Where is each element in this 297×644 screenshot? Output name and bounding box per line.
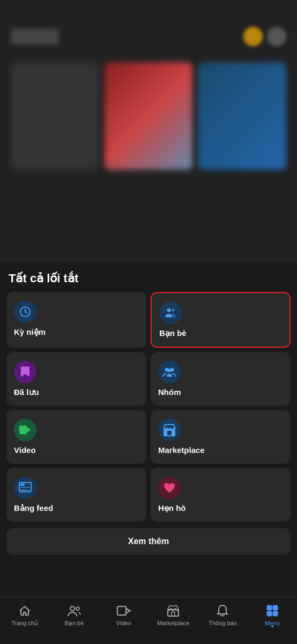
top-title-blur [11, 28, 59, 45]
shortcut-video[interactable]: Video [6, 410, 146, 464]
main-content: Tất cả lối tắt Kỳ niệm Bạn [0, 263, 297, 564]
blur-card-1 [11, 62, 99, 170]
grid-icon [265, 604, 279, 618]
ky-niem-label: Kỳ niệm [14, 327, 139, 337]
svg-rect-6 [19, 426, 27, 434]
svg-rect-20 [172, 612, 175, 616]
svg-marker-18 [126, 609, 130, 613]
hen-ho-label: Hẹn hò [158, 503, 283, 513]
da-luu-label: Đã lưu [14, 387, 139, 397]
video-icon [14, 419, 36, 441]
section-title: Tất cả lối tắt [6, 272, 291, 286]
svg-rect-13 [20, 489, 27, 490]
svg-rect-17 [117, 606, 126, 615]
svg-point-1 [167, 309, 171, 312]
friends-nav-icon [67, 604, 81, 618]
bang-feed-label: Bảng feed [14, 503, 139, 513]
nav-marketplace[interactable]: Marketplace [148, 602, 198, 626]
nav-video[interactable]: Video [99, 602, 148, 626]
nav-ban-be[interactable]: Bạn bè [49, 602, 99, 627]
svg-rect-21 [267, 605, 272, 610]
saved-icon [14, 361, 36, 383]
marketplace-label: Marketplace [158, 445, 283, 455]
home-icon [18, 604, 32, 618]
svg-rect-11 [20, 484, 25, 486]
video-label: Video [14, 445, 139, 455]
shortcut-ban-be[interactable]: Bạn bè [151, 292, 291, 348]
xem-them-button[interactable]: Xem thêm [6, 528, 291, 555]
blur-card-2 [105, 62, 193, 170]
nav-trang-chu[interactable]: Trang chủ [0, 602, 49, 627]
bell-icon [216, 604, 229, 618]
shortcut-bang-feed[interactable]: Bảng feed [6, 468, 146, 522]
video-nav-icon [117, 604, 131, 618]
notification-icon-blur [243, 27, 263, 46]
marketplace-nav-icon [166, 604, 180, 618]
svg-rect-22 [273, 605, 278, 610]
svg-marker-7 [27, 427, 31, 433]
svg-rect-24 [273, 611, 278, 616]
bottom-navigation: Trang chủ Bạn bè Video [0, 597, 297, 644]
clock-icon [14, 301, 36, 323]
active-indicator [271, 625, 273, 627]
ban-be-label: Bạn bè [159, 328, 282, 338]
dating-icon [158, 477, 181, 499]
friends-icon [159, 302, 182, 324]
svg-point-5 [168, 369, 172, 372]
blurred-background [0, 0, 297, 263]
svg-rect-12 [20, 487, 30, 488]
marketplace-icon [158, 419, 181, 441]
messenger-icon-blur [267, 27, 286, 46]
svg-point-15 [70, 606, 75, 611]
blur-card-3 [198, 62, 286, 170]
feed-icon [14, 477, 36, 499]
svg-point-16 [76, 607, 79, 610]
svg-point-2 [172, 309, 175, 312]
shortcut-marketplace[interactable]: Marketplace [151, 410, 291, 464]
video-nav-label: Video [116, 620, 131, 626]
marketplace-nav-label: Marketplace [157, 620, 189, 626]
shortcut-da-luu[interactable]: Đã lưu [6, 352, 146, 406]
nav-thong-bao[interactable]: Thông báo [198, 602, 247, 626]
nav-menu[interactable]: Menu [248, 602, 297, 626]
trang-chu-label: Trang chủ [11, 620, 38, 627]
svg-rect-9 [167, 431, 172, 435]
shortcut-ky-niem[interactable]: Kỳ niệm [6, 292, 146, 348]
groups-icon [158, 361, 181, 383]
shortcut-nhom[interactable]: Nhóm [151, 352, 291, 406]
thong-bao-label: Thông báo [209, 620, 237, 626]
svg-rect-23 [267, 611, 272, 616]
shortcuts-grid: Kỳ niệm Bạn bè Đã lưu [6, 292, 291, 522]
ban-be-nav-label: Bạn bè [65, 620, 84, 627]
nhom-label: Nhóm [158, 387, 283, 397]
svg-rect-14 [19, 491, 31, 493]
shortcut-hen-ho[interactable]: Hẹn hò [151, 468, 291, 522]
